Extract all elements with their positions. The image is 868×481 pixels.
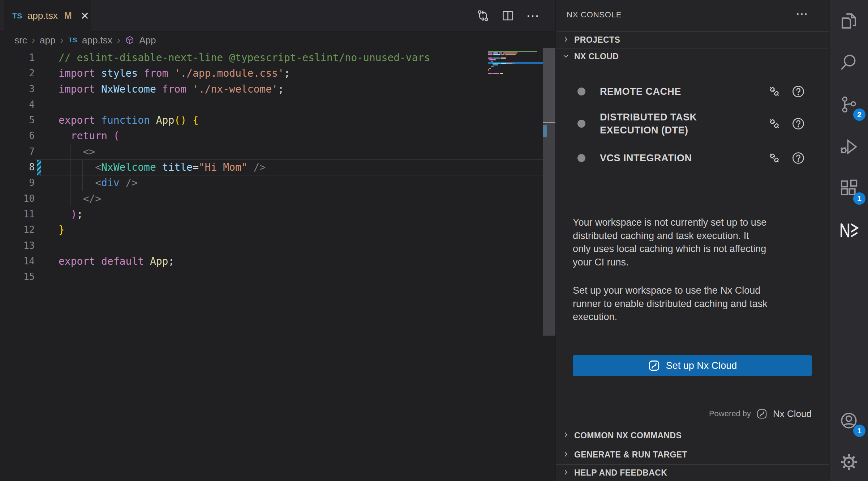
button-label: Set up Nx Cloud (666, 360, 737, 371)
minimap-code-segment (488, 52, 493, 54)
code-line-9[interactable]: 9 <div /> (0, 175, 543, 191)
line-content: export function App() { (59, 112, 199, 128)
section-nx-cloud[interactable]: NX CLOUD (556, 48, 830, 65)
more-actions-icon[interactable]: ⋯ (526, 12, 540, 20)
code-line-4[interactable]: 4 (0, 97, 543, 112)
minimap[interactable] (488, 51, 543, 77)
panel-more-actions-icon[interactable]: ⋯ (796, 7, 808, 21)
code-line-12[interactable]: 12} (0, 222, 543, 238)
gutter-modified-marker (37, 160, 41, 175)
code-line-6[interactable]: 6 return ( (0, 128, 543, 144)
breadcrumb-separator: › (117, 34, 120, 46)
connect-icon[interactable] (768, 117, 781, 131)
code-line-14[interactable]: 14export default App; (0, 254, 543, 269)
section-projects[interactable]: PROJECTS (556, 31, 830, 48)
minimap-code-segment (493, 64, 498, 65)
line-number: 1 (0, 50, 35, 65)
line-content: </> (59, 191, 101, 207)
nx-cloud-logo-icon (756, 408, 768, 420)
editor-actions: ⋯ (476, 0, 540, 31)
breadcrumb-item-src[interactable]: src (14, 35, 27, 46)
line-content: import NxWelcome from './nx-welcome'; (59, 81, 284, 97)
connect-icon[interactable] (768, 85, 781, 98)
feature-row-remote-cache: REMOTE CACHE (556, 83, 830, 100)
code-line-10[interactable]: 10 </> (0, 191, 543, 207)
section-label: NX CLOUD (574, 52, 619, 61)
indent-guide (58, 129, 58, 222)
run-and-debug-icon[interactable] (839, 137, 859, 157)
nx-console-icon[interactable] (839, 221, 859, 240)
minimap-code-segment (493, 54, 500, 55)
code-line-5[interactable]: 5export function App() { (0, 112, 543, 128)
workspace-status-text: Your workspace is not currently set up t… (573, 216, 822, 269)
feature-label: REMOTE CACHE (600, 85, 752, 98)
explorer-icon[interactable] (839, 11, 859, 31)
minimap-code-segment (513, 63, 515, 64)
help-icon[interactable] (791, 117, 805, 131)
section-generate-run-target[interactable]: GENERATE & RUN TARGET (556, 445, 830, 464)
breadcrumb-item-app[interactable]: app (40, 35, 55, 46)
minimap-code-segment (493, 58, 500, 59)
setup-hint-text: Set up your workspace to use the Nx Clou… (573, 284, 822, 324)
setup-nx-cloud-button[interactable]: Set up Nx Cloud (573, 355, 812, 376)
help-icon[interactable] (791, 85, 805, 98)
tab-app-tsx[interactable]: TS app.tsx M ✕ (4, 0, 91, 31)
code-line-2[interactable]: 2import styles from './app.module.css'; (0, 65, 543, 81)
section-label: COMMON NX COMMANDS (574, 431, 682, 440)
code-line-13[interactable]: 13 (0, 238, 543, 254)
line-number: 15 (0, 269, 35, 285)
symbol-class-icon (125, 35, 134, 45)
minimap-code-segment (505, 54, 516, 55)
scrollbar-thumb[interactable] (543, 48, 555, 122)
minimap-code-segment (493, 63, 500, 64)
chevron-right-icon (562, 36, 570, 44)
minimap-code-segment (489, 68, 491, 69)
open-changes-icon[interactable] (476, 9, 490, 22)
line-content: return ( (59, 128, 120, 144)
feature-row-distributed-task-execution-dte-: DISTRIBUTED TASK EXECUTION (DTE) (556, 108, 830, 139)
tab-label: app.tsx (27, 10, 58, 21)
powered-by-label: Powered by (709, 409, 751, 418)
indent-guide (70, 144, 70, 207)
code-line-15[interactable]: 15 (0, 269, 543, 285)
search-icon[interactable] (839, 52, 859, 72)
code-line-1[interactable]: 1// eslint-disable-next-line @typescript… (0, 50, 543, 65)
line-content: export default App; (59, 254, 174, 269)
code-line-11[interactable]: 11 ); (0, 207, 543, 222)
minimap-code-segment (500, 73, 503, 74)
minimap-code-segment (503, 52, 517, 54)
feature-label: DISTRIBUTED TASK EXECUTION (DTE) (600, 111, 752, 137)
section-help-and-feedback[interactable]: HELP AND FEEDBACK (556, 464, 830, 481)
close-icon[interactable]: ✕ (81, 10, 89, 22)
breadcrumb-separator: › (60, 34, 63, 46)
code-line-7[interactable]: 7 <> (0, 144, 543, 159)
section-label: GENERATE & RUN TARGET (574, 450, 687, 460)
activity-bar: 211 (829, 0, 868, 481)
status-bullet (577, 154, 585, 162)
section-label: PROJECTS (574, 35, 620, 45)
current-line-highlight (35, 159, 543, 175)
line-number: 4 (0, 97, 35, 112)
line-number: 10 (0, 191, 35, 207)
typescript-file-icon: TS (68, 36, 77, 44)
split-editor-icon[interactable] (501, 9, 515, 22)
breadcrumb-item-app[interactable]: App (139, 35, 156, 46)
minimap-code-segment (493, 73, 499, 74)
scrollbar-divider (543, 122, 555, 123)
overview-ruler-cursor-marker (543, 125, 547, 137)
chevron-right-icon (562, 431, 570, 440)
extensions-badge: 1 (853, 192, 865, 205)
status-bullet (577, 88, 585, 95)
line-number: 2 (0, 65, 35, 81)
panel-title: NX CONSOLE (567, 10, 622, 20)
connect-icon[interactable] (768, 151, 781, 165)
help-icon[interactable] (791, 151, 805, 165)
section-common-nx-commands[interactable]: COMMON NX COMMANDS (556, 426, 830, 445)
code-line-3[interactable]: 3import NxWelcome from './nx-welcome'; (0, 81, 543, 97)
feature-row-vcs-integration: VCS INTEGRATION (556, 150, 830, 166)
brand-label: Nx Cloud (773, 408, 812, 420)
breadcrumb-item-app-tsx[interactable]: app.tsx (82, 35, 112, 46)
minimap-code-segment (506, 63, 512, 64)
editor-scrollbar[interactable] (543, 48, 555, 336)
settings-icon[interactable] (839, 452, 859, 472)
